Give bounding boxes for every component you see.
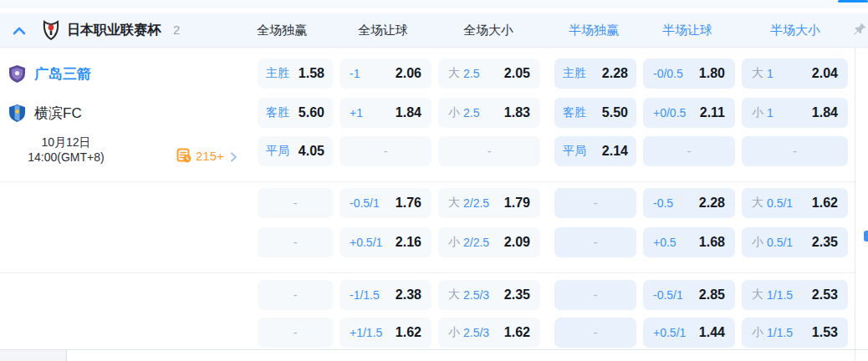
handicap-line: +0.5/1 — [350, 236, 382, 249]
ou-line: 1 — [767, 106, 774, 119]
odds-empty-cell: - — [554, 280, 636, 310]
odds-label: 主胜 — [563, 66, 586, 81]
handicap-line: +0/0.5 — [653, 106, 686, 119]
odds-ht-over-alt[interactable]: 大0.5/11.62 — [742, 188, 848, 218]
odds-ft-1x2-home[interactable]: 主胜1.58 — [258, 58, 333, 89]
odds-row-5: - +0.5/12.16 小2/2.52.09 - +0.51.68 小0.5/… — [258, 227, 848, 257]
odds-ft-over-alt[interactable]: 大2/2.51.79 — [438, 188, 540, 218]
section-divider — [0, 272, 855, 273]
odds-value: 2.11 — [700, 105, 725, 120]
odds-ht-handicap-alt-away[interactable]: +0.51.68 — [643, 227, 735, 257]
odds-label: 主胜 — [266, 66, 289, 81]
league-title[interactable]: 日本职业联赛杯 — [67, 22, 161, 39]
handicap-line: -1 — [350, 67, 360, 80]
odds-ht-over-alt2[interactable]: 大1/1.52.53 — [742, 280, 848, 310]
odds-ft-over-alt2[interactable]: 大2.5/32.35 — [438, 280, 540, 310]
ou-prefix: 大 — [448, 196, 460, 211]
odds-ft-1x2-away[interactable]: 客胜5.60 — [258, 98, 333, 128]
dash: - — [594, 326, 598, 339]
next-section-divider — [0, 349, 868, 350]
odds-label: 平局 — [266, 144, 289, 159]
odds-ft-under-alt[interactable]: 小2/2.52.09 — [438, 227, 540, 257]
odds-row-3: 平局4.05 - - 平局2.14 - - — [258, 136, 848, 166]
odds-value: 5.60 — [299, 105, 324, 120]
odds-empty-cell: - — [258, 188, 333, 218]
odds-ft-under[interactable]: 小2.51.83 — [438, 98, 540, 128]
odds-value: 2.35 — [812, 235, 838, 250]
odds-ft-handicap-alt-home[interactable]: -0.5/11.76 — [340, 188, 431, 218]
odds-ft-handicap-home[interactable]: -12.06 — [340, 58, 431, 89]
ou-line: 1 — [767, 67, 774, 80]
handicap-line: -0.5/1 — [653, 288, 683, 302]
side-float-button[interactable] — [864, 231, 868, 242]
odds-value: 2.53 — [812, 287, 838, 303]
top-scroll-indicator — [838, 0, 868, 3]
odds-ht-handicap-alt2-away[interactable]: +0.5/11.44 — [643, 318, 735, 348]
odds-ft-handicap-alt2-away[interactable]: +1/1.51.62 — [340, 318, 431, 348]
odds-value: 1.53 — [812, 325, 838, 340]
odds-value: 1.79 — [504, 196, 530, 211]
ou-prefix: 大 — [752, 287, 763, 303]
odds-value: 2.35 — [504, 287, 530, 303]
odds-empty-cell: - — [554, 188, 636, 218]
odds-ht-over[interactable]: 大12.04 — [742, 58, 848, 89]
odds-ht-1x2-home[interactable]: 主胜2.28 — [554, 58, 636, 89]
odds-ht-handicap-home[interactable]: -0/0.51.80 — [643, 58, 735, 89]
ou-line: 2/2.5 — [463, 196, 489, 210]
away-team-row[interactable]: 横滨FC — [8, 98, 82, 128]
ou-prefix: 小 — [448, 235, 460, 250]
handicap-line: -0.5 — [653, 196, 673, 210]
odds-ht-1x2-draw[interactable]: 平局2.14 — [554, 136, 636, 166]
handicap-line: -1/1.5 — [350, 288, 380, 302]
odds-row-1: 主胜1.58 -12.06 大2.52.05 主胜2.28 -0/0.51.80… — [258, 58, 848, 89]
odds-empty-cell: - — [554, 227, 636, 257]
dash: - — [294, 196, 298, 210]
odds-ft-handicap-away[interactable]: +11.84 — [340, 98, 431, 128]
ou-prefix: 小 — [752, 105, 763, 120]
odds-value: 2.09 — [504, 235, 530, 250]
odds-ht-under[interactable]: 小11.84 — [742, 98, 848, 128]
ou-line: 2.5/3 — [463, 288, 489, 302]
ou-prefix: 小 — [752, 325, 763, 340]
ou-prefix: 小 — [448, 325, 460, 340]
odds-empty-cell: - — [258, 227, 333, 257]
handicap-line: +0.5 — [653, 236, 677, 249]
odds-value: 1.58 — [299, 66, 324, 81]
odds-value: 2.05 — [504, 66, 530, 81]
odds-row-7: - +1/1.51.62 小2.5/31.62 - +0.5/11.44 小1/… — [258, 318, 848, 348]
odds-value: 4.05 — [299, 144, 324, 159]
right-rail-divider — [855, 48, 855, 361]
odds-value: 2.28 — [699, 196, 725, 211]
handicap-line: +0.5/1 — [653, 326, 686, 339]
dash: - — [687, 145, 692, 158]
column-header-ft-1x2: 全场独赢 — [257, 23, 307, 38]
odds-ft-handicap-alt2-home[interactable]: -1/1.52.38 — [340, 280, 431, 310]
section-divider — [0, 181, 855, 182]
ou-prefix: 大 — [752, 66, 763, 81]
away-team-crest-icon — [8, 104, 26, 123]
odds-ft-handicap-alt-away[interactable]: +0.5/12.16 — [340, 227, 431, 257]
pin-icon[interactable] — [850, 21, 868, 39]
odds-ft-1x2-draw[interactable]: 平局4.05 — [258, 136, 333, 166]
odds-ht-under-alt2[interactable]: 小1/1.51.53 — [742, 318, 848, 348]
odds-empty-cell: - — [438, 136, 540, 166]
ou-line: 2.5 — [463, 106, 479, 119]
odds-ht-1x2-away[interactable]: 客胜5.50 — [554, 98, 636, 128]
odds-row-6: - -1/1.52.38 大2.5/32.35 - -0.5/12.85 大1/… — [258, 280, 848, 310]
dash: - — [294, 236, 298, 249]
odds-value: 2.14 — [602, 144, 628, 159]
chevron-up-icon[interactable] — [11, 23, 28, 39]
match-count-badge: 2 — [173, 23, 180, 37]
more-markets-link[interactable]: 215+ — [176, 146, 238, 165]
home-team-row[interactable]: 广岛三箭 — [8, 58, 91, 89]
column-header-ht-handicap: 半场让球 — [662, 23, 712, 38]
odds-ht-handicap-alt2-home[interactable]: -0.5/12.85 — [643, 280, 735, 310]
odds-ht-under-alt[interactable]: 小0.5/12.35 — [742, 227, 848, 257]
column-header-ft-overunder: 全场大小 — [463, 23, 513, 38]
odds-ft-under-alt2[interactable]: 小2.5/31.62 — [438, 318, 540, 348]
odds-ht-handicap-alt-home[interactable]: -0.52.28 — [643, 188, 735, 218]
ou-line: 1/1.5 — [767, 326, 793, 339]
odds-ht-handicap-away[interactable]: +0/0.52.11 — [643, 98, 735, 128]
odds-ft-over[interactable]: 大2.52.05 — [438, 58, 540, 89]
odds-label: 客胜 — [563, 105, 586, 120]
